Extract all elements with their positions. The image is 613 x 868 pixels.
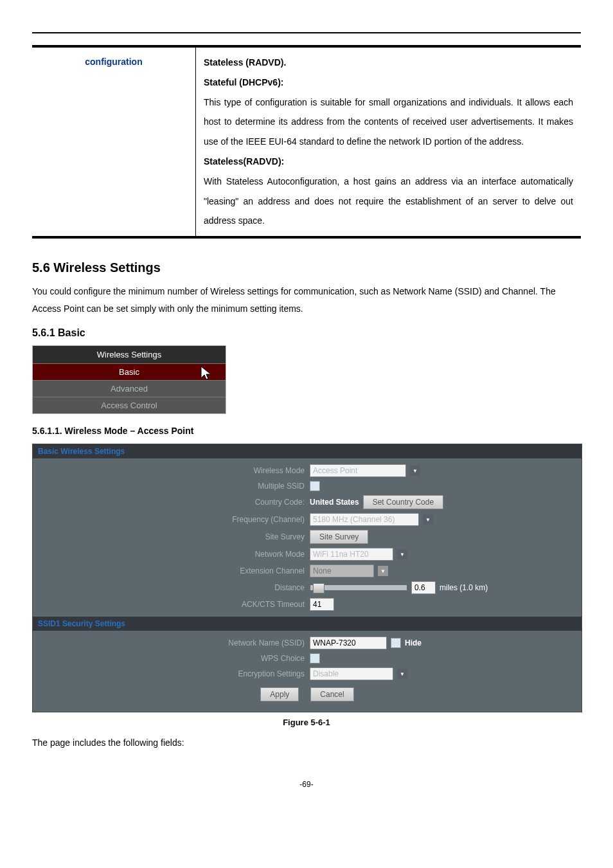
config-label: configuration xyxy=(32,46,196,237)
frequency-select[interactable]: 5180 MHz (Channel 36) xyxy=(310,513,419,526)
figure-caption: Figure 5-6-1 xyxy=(32,718,581,727)
network-mode-value: WiFi 11na HT20 xyxy=(313,550,369,559)
stateless-title: Stateless(RADVD): xyxy=(204,156,284,167)
section-intro: You could configure the minimum number o… xyxy=(32,283,581,317)
ack-label: ACK/CTS Timeout xyxy=(33,600,310,609)
page-number: -69- xyxy=(32,780,581,789)
ack-input[interactable] xyxy=(310,598,334,611)
wireless-mode-select[interactable]: Access Point xyxy=(310,464,406,477)
menu-item-access-control[interactable]: Access Control xyxy=(33,397,226,413)
distance-unit: miles (1.0 km) xyxy=(440,583,488,592)
chevron-down-icon[interactable]: ▼ xyxy=(410,466,420,476)
section-5-6-1-1-title: 5.6.1.1. Wireless Mode – Access Point xyxy=(32,426,581,436)
distance-input[interactable] xyxy=(411,581,436,594)
frequency-label: Frequency (Channel) xyxy=(33,515,310,524)
extension-channel-label: Extension Channel xyxy=(33,566,310,575)
menu-header: Wireless Settings xyxy=(33,346,226,364)
hide-ssid-checkbox[interactable] xyxy=(391,638,401,648)
wps-checkbox[interactable] xyxy=(310,653,320,664)
stateful-desc: This type of configuration is suitable f… xyxy=(204,93,573,152)
hide-label: Hide xyxy=(405,638,422,647)
config-table: configuration Stateless (RADVD). Statefu… xyxy=(32,45,581,239)
chevron-down-icon[interactable]: ▼ xyxy=(397,549,407,559)
wps-label: WPS Choice xyxy=(33,654,310,663)
cancel-button[interactable]: Cancel xyxy=(310,687,353,701)
ssid-name-label: Network Name (SSID) xyxy=(33,638,310,647)
chevron-down-icon[interactable]: ▼ xyxy=(423,514,433,525)
country-code-label: Country Code: xyxy=(33,498,310,507)
menu-item-access-control-label: Access Control xyxy=(101,401,157,410)
slider-thumb[interactable] xyxy=(313,583,324,593)
chevron-down-icon: ▼ xyxy=(378,566,388,576)
basic-wireless-header: Basic Wireless Settings xyxy=(33,444,582,458)
section-5-6-1-title: 5.6.1 Basic xyxy=(32,327,581,339)
frequency-value: 5180 MHz (Channel 36) xyxy=(313,515,395,524)
footer-text: The page includes the following fields: xyxy=(32,737,581,748)
stateless-radvd-title: Stateless (RADVD). xyxy=(204,57,286,68)
encryption-select[interactable]: Disable xyxy=(310,667,393,680)
multiple-ssid-checkbox[interactable] xyxy=(310,481,320,491)
wireless-mode-label: Wireless Mode xyxy=(33,466,310,475)
distance-label: Distance xyxy=(33,583,310,592)
multiple-ssid-label: Multiple SSID xyxy=(33,482,310,491)
extension-channel-select: None xyxy=(310,565,374,577)
extension-channel-value: None xyxy=(313,566,332,575)
network-mode-label: Network Mode xyxy=(33,550,310,559)
wireless-mode-value: Access Point xyxy=(313,466,357,475)
top-divider xyxy=(32,32,581,33)
menu-item-advanced-label: Advanced xyxy=(111,384,148,393)
apply-button[interactable]: Apply xyxy=(260,687,299,701)
stateful-title: Stateful (DHCPv6): xyxy=(204,77,283,87)
distance-slider[interactable] xyxy=(310,584,407,591)
encryption-value: Disable xyxy=(313,669,339,678)
stateless-desc: With Stateless Autoconfiguration, a host… xyxy=(204,172,573,231)
basic-wireless-settings-panel: Basic Wireless Settings Wireless Mode Ac… xyxy=(32,444,582,712)
menu-item-advanced[interactable]: Advanced xyxy=(33,381,226,397)
ssid-input[interactable] xyxy=(310,637,387,649)
config-description: Stateless (RADVD). Stateful (DHCPv6): Th… xyxy=(196,46,582,237)
wireless-settings-menu: Wireless Settings Basic Advanced Access … xyxy=(32,345,226,414)
network-mode-select[interactable]: WiFi 11na HT20 xyxy=(310,548,393,561)
section-5-6-title: 5.6 Wireless Settings xyxy=(32,260,581,275)
set-country-code-button[interactable]: Set Country Code xyxy=(363,495,443,509)
menu-item-basic[interactable]: Basic xyxy=(33,364,226,381)
ssid-security-header: SSID1 Security Settings xyxy=(33,617,582,631)
site-survey-button[interactable]: Site Survey xyxy=(310,530,368,544)
menu-item-basic-label: Basic xyxy=(119,367,139,377)
site-survey-label: Site Survey xyxy=(33,532,310,541)
encryption-label: Encryption Settings xyxy=(33,669,310,678)
cursor-icon xyxy=(199,365,214,381)
country-code-value: United States xyxy=(310,498,359,507)
chevron-down-icon[interactable]: ▼ xyxy=(397,669,407,679)
